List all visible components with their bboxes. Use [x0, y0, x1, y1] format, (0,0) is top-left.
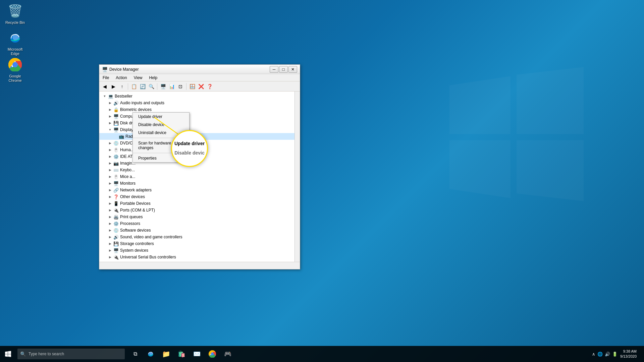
volume-tray-icon[interactable]: 🔊	[605, 352, 610, 357]
zoom-callout-update: Update driver	[173, 139, 206, 148]
tree-system-label: System devices	[120, 248, 148, 253]
other-icon: ❓	[113, 194, 119, 199]
taskbar-app-edge[interactable]	[143, 346, 158, 362]
scrollbar[interactable]	[294, 92, 300, 262]
tree-portable-label: Portable Devices	[120, 201, 151, 206]
audio-expand-icon: ▶	[107, 100, 113, 106]
network-tray-icon: 🌐	[597, 352, 603, 357]
menu-view[interactable]: View	[130, 74, 146, 81]
tree-storage[interactable]: ▶ 💾 Storage controllers	[99, 240, 300, 247]
tree-root-label: Bestseller	[115, 94, 132, 99]
taskbar: 🔍 Type here to search ⧉ 📁 🛍️ ✉️	[0, 346, 644, 362]
taskbar-app-mail[interactable]: ✉️	[189, 346, 205, 362]
tree-network[interactable]: ▶ 🔗 Network adapters	[99, 187, 300, 193]
mice-icon: 🖱️	[113, 174, 119, 179]
tray-clock[interactable]: 9:38 AM 9/13/2020	[620, 349, 637, 359]
resource-view-btn[interactable]: 📊	[168, 82, 176, 90]
taskbar-app-explorer[interactable]: 📁	[158, 346, 174, 362]
usb-icon: 🔌	[113, 254, 119, 260]
display-icon: 🖥️	[113, 127, 119, 132]
tree-computer[interactable]: ▶ 🖥️ Computer	[99, 113, 300, 120]
tree-software[interactable]: ▶ 💿 Software devices	[99, 227, 300, 234]
tree-other-label: Other devices	[120, 194, 145, 199]
tree-audio[interactable]: ▶ 🔊 Audio inputs and outputs	[99, 100, 300, 106]
computer-expand-icon: ▶	[107, 114, 113, 119]
context-disable-device[interactable]: Disable device	[133, 121, 189, 129]
disk-expand-icon: ▶	[107, 120, 113, 126]
tree-other[interactable]: ▶ ❓ Other devices	[99, 193, 300, 200]
menu-action[interactable]: Action	[112, 74, 130, 81]
tree-portable[interactable]: ▶ 📱 Portable Devices	[99, 200, 300, 207]
tree-print[interactable]: ▶ 🖨️ Print queues	[99, 214, 300, 220]
window-titlebar[interactable]: 🖥️ Device Manager ─ □ ✕	[99, 65, 300, 74]
menu-file[interactable]: File	[99, 74, 112, 81]
device-tree[interactable]: ▼ 💻 Bestseller ▶ 🔊 Audio inputs and outp…	[99, 92, 300, 262]
toolbar: ◀ ▶ ↑ 📋 🔄 🔍 🖥️ 📊 ⊡ 🪟 ❌ ❓	[99, 81, 300, 92]
disable-btn[interactable]: ❌	[197, 82, 205, 90]
root-computer-icon: 💻	[108, 94, 113, 99]
taskbar-search[interactable]: 🔍 Type here to search	[17, 349, 125, 359]
toggle-btn[interactable]: ⊡	[176, 82, 184, 90]
tree-biometric[interactable]: ▶ 🔒 Biometric devices	[99, 106, 300, 113]
tree-ports[interactable]: ▶ 🔌 Ports (COM & LPT)	[99, 207, 300, 214]
desktop-icon-ms-edge[interactable]: Microsoft Edge	[2, 28, 29, 57]
human-expand-icon: ▶	[107, 147, 113, 153]
start-button[interactable]	[0, 346, 16, 362]
tree-usb[interactable]: ▶ 🔌 Universal Serial Bus controllers	[99, 254, 300, 260]
up-button[interactable]: ↑	[118, 82, 126, 90]
google-chrome-icon	[7, 57, 23, 73]
scan-btn[interactable]: 🔍	[147, 82, 155, 90]
close-button[interactable]: ✕	[288, 66, 297, 73]
tree-usb-label: Universal Serial Bus controllers	[120, 255, 176, 259]
ms-edge-icon	[7, 30, 23, 46]
tree-disk[interactable]: ▶ 💾 Disk drives	[99, 120, 300, 126]
maximize-button[interactable]: □	[279, 66, 288, 73]
system-icon: 🖥️	[113, 248, 119, 253]
tree-sound[interactable]: ▶ 🔊 Sound, video and game controllers	[99, 234, 300, 240]
human-icon: 🖱️	[113, 147, 119, 153]
toolbar-sep-2	[157, 83, 157, 90]
processors-expand-icon: ▶	[107, 221, 113, 226]
properties-btn[interactable]: 📋	[130, 82, 138, 90]
desktop-icon-recycle-bin[interactable]: 🗑️ Recycle Bin	[2, 2, 29, 26]
storage-expand-icon: ▶	[107, 241, 113, 246]
minimize-button[interactable]: ─	[270, 66, 278, 73]
search-icon: 🔍	[20, 351, 26, 357]
svg-marker-0	[449, 76, 511, 134]
forward-button[interactable]: ▶	[109, 82, 117, 90]
biometric-expand-icon: ▶	[107, 107, 113, 112]
tray-up-arrow[interactable]: ∧	[592, 352, 595, 357]
software-expand-icon: ▶	[107, 228, 113, 233]
device-view-btn[interactable]: 🖥️	[159, 82, 167, 90]
menu-help[interactable]: Help	[146, 74, 161, 81]
new-window-btn[interactable]: 🪟	[188, 82, 196, 90]
taskbar-app-task-view[interactable]: ⧉	[127, 346, 143, 362]
desktop-icon-google-chrome[interactable]: Google Chrome	[2, 55, 29, 84]
tree-monitors[interactable]: ▶ 🖥️ Monitors	[99, 180, 300, 187]
context-update-driver[interactable]: Update driver	[133, 113, 189, 121]
taskbar-app-store[interactable]: 🛍️	[174, 346, 189, 362]
tree-processors[interactable]: ▶ ⚙️ Processors	[99, 220, 300, 227]
help-btn[interactable]: ❓	[206, 82, 214, 90]
menu-bar: File Action View Help	[99, 74, 300, 81]
toolbar-sep-1	[128, 83, 128, 90]
portable-icon: 📱	[113, 201, 119, 206]
tree-system[interactable]: ▶ 🖥️ System devices	[99, 247, 300, 254]
google-chrome-label: Google Chrome	[3, 74, 27, 83]
monitors-icon: 🖥️	[113, 181, 119, 186]
imaging-icon: 📷	[113, 161, 119, 166]
tree-mice[interactable]: ▶ 🖱️ Mice a...	[99, 173, 300, 180]
tree-keyboard[interactable]: ▶ ⌨️ Keybo...	[99, 167, 300, 173]
tray-date: 9/13/2020	[620, 354, 637, 359]
disk-icon: 💾	[113, 120, 119, 126]
taskbar-app-xbox[interactable]: 🎮	[220, 346, 235, 362]
tree-monitors-label: Monitors	[120, 181, 136, 186]
back-button[interactable]: ◀	[101, 82, 109, 90]
ide-icon: ⚙️	[113, 154, 119, 159]
taskbar-app-chrome[interactable]	[205, 346, 220, 362]
tree-display[interactable]: ▼ 🖥️ Display adapters	[99, 126, 300, 133]
svg-marker-13	[5, 354, 8, 357]
tree-root[interactable]: ▼ 💻 Bestseller	[99, 93, 300, 100]
status-bar	[99, 262, 300, 269]
update-driver-btn[interactable]: 🔄	[139, 82, 147, 90]
